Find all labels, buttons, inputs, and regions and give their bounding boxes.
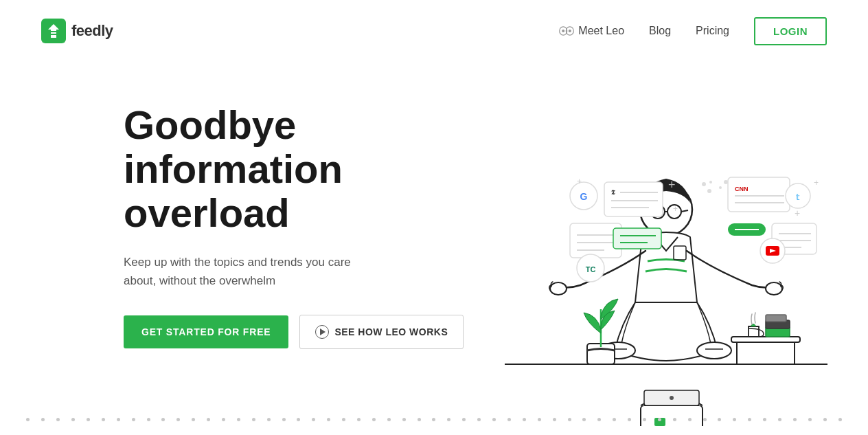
decorative-dot [688, 418, 692, 421]
decorative-dot [117, 418, 120, 421]
svg-rect-27 [641, 405, 703, 426]
decorative-dot [176, 418, 180, 421]
decorative-dot [132, 418, 135, 421]
svg-point-6 [569, 30, 571, 32]
svg-point-29 [670, 396, 674, 400]
decorative-dot [628, 418, 631, 421]
leo-nav-icon [559, 26, 574, 36]
decorative-dot [597, 418, 601, 421]
nav-blog-label: Blog [649, 25, 671, 37]
decorative-dot [41, 418, 45, 421]
decorative-dot [778, 418, 781, 421]
nav-links: Meet Leo Blog Pricing LOGIN [559, 17, 827, 45]
svg-rect-21 [731, 337, 800, 342]
svg-point-70 [724, 180, 728, 184]
svg-text:𝕿: 𝕿 [611, 189, 615, 196]
get-started-button[interactable]: GET STARTED FOR FREE [124, 315, 288, 348]
nav-item-pricing[interactable]: Pricing [696, 25, 729, 37]
svg-point-5 [562, 30, 564, 32]
hero-subtext: Keep up with the topics and trends you c… [124, 254, 357, 290]
svg-point-50 [702, 182, 706, 186]
feedly-logo-icon [41, 19, 66, 43]
decorative-dot [147, 418, 150, 421]
decorative-dot [192, 418, 195, 421]
svg-text:+: + [673, 204, 678, 214]
decorative-dot [553, 418, 556, 421]
svg-rect-26 [766, 315, 786, 322]
decorative-dot [462, 418, 466, 421]
decorative-dot [477, 418, 481, 421]
svg-text:+: + [814, 178, 819, 188]
nav-meet-leo-label: Meet Leo [578, 25, 624, 37]
decorative-dot [507, 418, 511, 421]
decorative-dot [703, 418, 707, 421]
decorative-dot [568, 418, 571, 421]
logo-text: feedly [71, 22, 113, 40]
decorative-dot [312, 418, 315, 421]
svg-text:𝕥: 𝕥 [796, 192, 800, 202]
decorative-dot [71, 418, 75, 421]
decorative-dot [838, 418, 842, 421]
decorative-dot [372, 418, 376, 421]
decorative-dot [56, 418, 60, 421]
svg-text:CNN: CNN [735, 186, 749, 192]
svg-rect-53 [728, 177, 790, 212]
decorative-dot [658, 418, 661, 421]
nav-item-blog[interactable]: Blog [649, 25, 671, 37]
login-button[interactable]: LOGIN [754, 17, 827, 45]
decorative-dot [252, 418, 255, 421]
decorative-dot [733, 418, 736, 421]
decorative-dot [237, 418, 240, 421]
svg-point-15 [550, 282, 567, 295]
decorative-dot [161, 418, 165, 421]
svg-text:G: G [580, 191, 588, 202]
decorative-dot [267, 418, 271, 421]
decorative-dot [763, 418, 766, 421]
svg-point-71 [719, 186, 722, 189]
decorative-dot [718, 418, 721, 421]
hero-buttons: GET STARTED FOR FREE SEE HOW LEO WORKS [124, 315, 464, 349]
decorative-dot [387, 418, 391, 421]
decorative-dot [26, 418, 30, 421]
decorative-dot [808, 418, 812, 421]
svg-point-51 [707, 189, 711, 193]
decorative-dot [447, 418, 450, 421]
svg-rect-33 [604, 182, 663, 216]
play-icon [315, 325, 329, 339]
logo[interactable]: feedly [41, 19, 113, 43]
nav-item-meet-leo[interactable]: Meet Leo [559, 25, 624, 37]
decorative-dot [793, 418, 797, 421]
svg-text:+: + [795, 208, 800, 219]
hero-section: Goodbye information overload Keep up wit… [0, 62, 868, 435]
decorative-dot [582, 418, 586, 421]
decorative-dot [418, 418, 421, 421]
decorative-dot [613, 418, 616, 421]
see-how-leo-works-button[interactable]: SEE HOW LEO WORKS [299, 315, 464, 349]
hero-headline: Goodbye information overload [124, 103, 464, 234]
play-triangle-icon [320, 328, 326, 335]
decorative-dot [102, 418, 105, 421]
svg-text:+: + [668, 178, 676, 192]
decorative-dot [207, 418, 210, 421]
svg-point-16 [766, 282, 782, 295]
decorative-dot [748, 418, 751, 421]
decorative-dot [327, 418, 330, 421]
nav-pricing-label: Pricing [696, 25, 729, 37]
decorative-dot [432, 418, 435, 421]
decorative-dot [492, 418, 496, 421]
decorative-dot [87, 418, 90, 421]
decorative-dot [673, 418, 676, 421]
hero-left: Goodbye information overload Keep up wit… [124, 76, 464, 349]
dots-row [0, 418, 868, 421]
svg-text:+: + [577, 177, 582, 186]
svg-point-52 [709, 181, 712, 183]
svg-point-18 [697, 342, 731, 359]
navbar: feedly Meet Leo Blog Pricing LOGIN [0, 0, 868, 62]
decorative-dot [538, 418, 541, 421]
svg-text:TC: TC [586, 265, 596, 274]
decorative-dot [222, 418, 225, 421]
hero-illustration: G 𝕿 + TC + + [477, 76, 827, 435]
decorative-dot [357, 418, 361, 421]
see-how-leo-label: SEE HOW LEO WORKS [334, 326, 448, 337]
decorative-dot [643, 418, 646, 421]
